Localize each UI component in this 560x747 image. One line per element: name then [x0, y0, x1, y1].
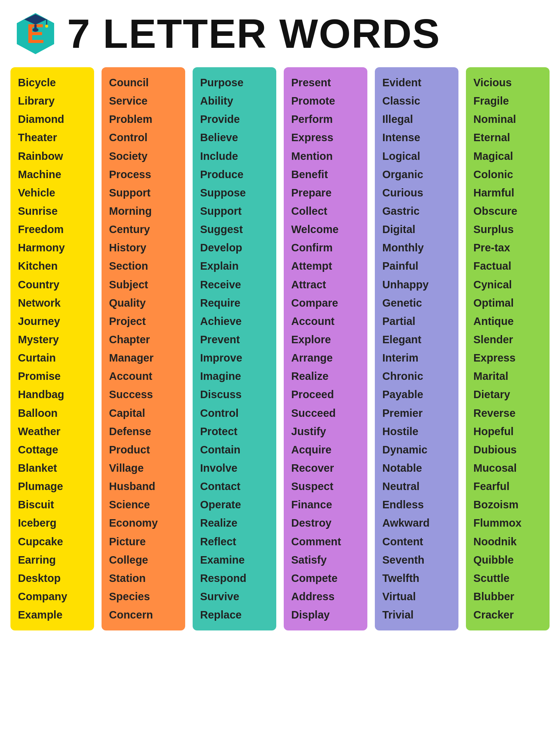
word-item: Logical — [379, 148, 455, 165]
word-item: Support — [105, 184, 181, 202]
word-item: Library — [14, 92, 90, 110]
word-item: Balloon — [14, 405, 90, 422]
word-item: Classic — [379, 92, 455, 110]
word-item: Realize — [287, 368, 364, 385]
word-item: Reverse — [470, 405, 546, 422]
word-item: Genetic — [379, 294, 455, 312]
word-item: Monthly — [379, 239, 455, 257]
word-item: Machine — [14, 166, 90, 183]
word-column-4: PresentPromotePerformExpressMentionBenef… — [284, 67, 367, 630]
word-item: Finance — [287, 496, 364, 514]
word-item: Produce — [196, 166, 273, 183]
word-item: Compete — [287, 570, 364, 587]
word-item: Success — [105, 386, 181, 403]
word-item: Scuttle — [470, 570, 546, 587]
word-item: Promise — [14, 368, 90, 385]
word-item: Mention — [287, 148, 364, 165]
word-item: Collect — [287, 202, 364, 220]
word-item: Explain — [196, 257, 273, 275]
word-column-6: ViciousFragileNominalEternalMagicalColon… — [466, 67, 550, 630]
word-item: Pre-tax — [470, 239, 546, 257]
word-item: Product — [105, 441, 181, 459]
word-item: Vehicle — [14, 184, 90, 202]
word-item: Manager — [105, 349, 181, 367]
word-item: Evident — [379, 74, 455, 92]
word-item: Blubber — [470, 588, 546, 605]
word-item: Diamond — [14, 111, 90, 128]
word-item: Station — [105, 570, 181, 587]
word-item: Trivial — [379, 606, 455, 624]
word-item: Include — [196, 148, 273, 165]
word-item: Confirm — [287, 239, 364, 257]
word-item: Quibble — [470, 551, 546, 569]
word-item: Concern — [105, 606, 181, 624]
word-item: Science — [105, 496, 181, 514]
word-item: Gastric — [379, 202, 455, 220]
word-item: Slender — [470, 331, 546, 348]
word-item: Operate — [196, 496, 273, 514]
word-item: Nominal — [470, 111, 546, 128]
word-column-2: CouncilServiceProblemControlSocietyProce… — [102, 67, 185, 630]
svg-point-4 — [32, 28, 38, 32]
word-item: Elegant — [379, 331, 455, 348]
word-item: Control — [196, 405, 273, 422]
word-item: Digital — [379, 221, 455, 238]
word-item: Content — [379, 533, 455, 551]
word-item: Justify — [287, 423, 364, 440]
word-item: Attempt — [287, 257, 364, 275]
word-item: Require — [196, 294, 273, 312]
word-item: Painful — [379, 257, 455, 275]
word-item: Cupcake — [14, 533, 90, 551]
word-item: Receive — [196, 276, 273, 294]
word-item: Village — [105, 459, 181, 477]
word-item: Chapter — [105, 331, 181, 348]
word-item: Respond — [196, 570, 273, 587]
word-item: Problem — [105, 111, 181, 128]
word-item: Eternal — [470, 129, 546, 146]
word-item: Desktop — [14, 570, 90, 587]
word-item: Display — [287, 606, 364, 624]
word-item: Mystery — [14, 331, 90, 348]
word-item: Economy — [105, 514, 181, 532]
word-item: Colonic — [470, 166, 546, 183]
word-item: Fragile — [470, 92, 546, 110]
word-item: Develop — [196, 239, 273, 257]
word-item: Suggest — [196, 221, 273, 238]
word-item: Country — [14, 276, 90, 294]
word-item: Provide — [196, 111, 273, 128]
word-item: Involve — [196, 459, 273, 477]
word-item: Replace — [196, 606, 273, 624]
word-item: Control — [105, 129, 181, 146]
word-item: Prepare — [287, 184, 364, 202]
word-item: Cynical — [470, 276, 546, 294]
word-item: Achieve — [196, 313, 273, 330]
word-item: Plumage — [14, 478, 90, 495]
logo-icon: E — [15, 11, 56, 56]
word-item: Promote — [287, 92, 364, 110]
word-item: Awkward — [379, 514, 455, 532]
word-item: Curtain — [14, 349, 90, 367]
word-item: Endless — [379, 496, 455, 514]
word-item: Quality — [105, 294, 181, 312]
word-item: Subject — [105, 276, 181, 294]
word-item: Chronic — [379, 368, 455, 385]
word-item: Magical — [470, 148, 546, 165]
word-item: Organic — [379, 166, 455, 183]
word-item: Express — [470, 349, 546, 367]
word-item: Bozoism — [470, 496, 546, 514]
word-item: Succeed — [287, 405, 364, 422]
word-item: Optimal — [470, 294, 546, 312]
word-item: Suppose — [196, 184, 273, 202]
word-item: Unhappy — [379, 276, 455, 294]
word-column-5: EvidentClassicIllegalIntenseLogicalOrgan… — [375, 67, 458, 630]
word-item: Cottage — [14, 441, 90, 459]
word-item: Blanket — [14, 459, 90, 477]
word-column-3: PurposeAbilityProvideBelieveIncludeProdu… — [193, 67, 276, 630]
word-item: Destroy — [287, 514, 364, 532]
word-item: Seventh — [379, 551, 455, 569]
word-item: History — [105, 239, 181, 257]
word-item: Network — [14, 294, 90, 312]
word-item: Ability — [196, 92, 273, 110]
word-item: Theater — [14, 129, 90, 146]
word-item: Purpose — [196, 74, 273, 92]
